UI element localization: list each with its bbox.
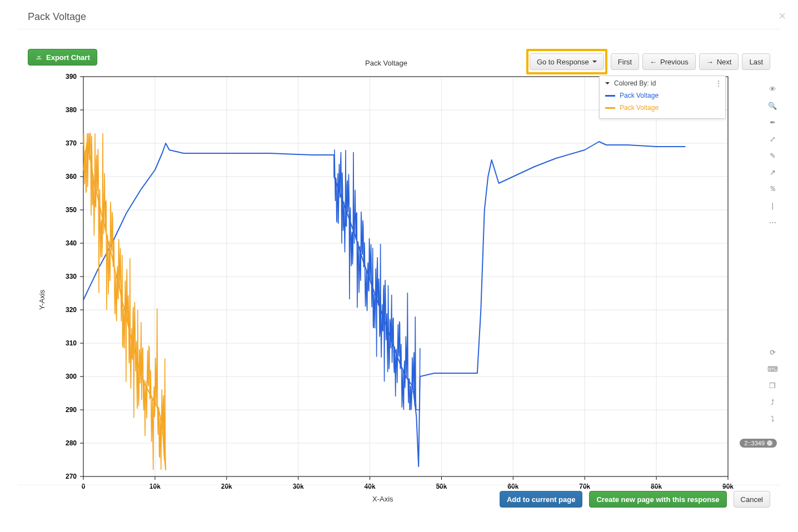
- svg-text:310: 310: [66, 339, 77, 347]
- svg-text:80k: 80k: [651, 483, 662, 490]
- svg-text:330: 330: [66, 273, 77, 280]
- svg-text:30k: 30k: [293, 483, 304, 490]
- keyboard-icon[interactable]: ⌨: [768, 364, 777, 373]
- more-icon[interactable]: ⋯: [768, 218, 777, 227]
- svg-text:270: 270: [66, 473, 77, 480]
- eye-icon[interactable]: 👁: [768, 84, 777, 93]
- svg-text:280: 280: [66, 439, 77, 447]
- download-icon[interactable]: ⤵: [768, 414, 777, 423]
- chart-tools-bottom: ⟳⌨❐⤴⤵: [768, 348, 777, 423]
- arrow-upright-icon[interactable]: ↗: [768, 168, 777, 177]
- legend[interactable]: Colored By: id ⋮ Pack VoltagePack Voltag…: [599, 76, 726, 119]
- nav-last-button[interactable]: Last: [742, 53, 770, 70]
- legend-item[interactable]: Pack Voltage: [605, 89, 720, 102]
- percent-icon[interactable]: ％: [768, 184, 777, 193]
- expand-icon[interactable]: ⤢: [768, 134, 777, 143]
- legend-swatch: [605, 95, 615, 97]
- svg-text:0: 0: [82, 483, 86, 490]
- legend-item[interactable]: Pack Voltage: [605, 102, 720, 114]
- chart-tools-top: 👁🔍✒⤢✎↗％∣⋯: [768, 84, 777, 227]
- refresh-icon[interactable]: ⟳: [768, 348, 777, 357]
- legend-label: Pack Voltage: [620, 104, 659, 112]
- svg-text:360: 360: [66, 173, 77, 180]
- svg-text:10k: 10k: [149, 483, 161, 490]
- zoom-icon[interactable]: 🔍: [768, 101, 777, 110]
- svg-text:370: 370: [66, 139, 77, 147]
- chevron-down-icon[interactable]: [605, 82, 610, 87]
- y-axis-label: Y-Axis: [38, 290, 46, 310]
- response-badge[interactable]: 2::3349: [740, 439, 777, 448]
- chart-svg[interactable]: 010k20k30k40k50k60k70k80k90k270280290300…: [33, 71, 739, 510]
- legend-swatch: [605, 107, 615, 109]
- legend-title: Colored By: id: [614, 79, 656, 87]
- svg-text:70k: 70k: [579, 483, 590, 490]
- chart-title: Pack Voltage: [33, 59, 739, 67]
- modal-title: Pack Voltage: [28, 11, 86, 23]
- kebab-menu-icon[interactable]: ⋮: [715, 79, 722, 87]
- svg-text:300: 300: [66, 373, 77, 380]
- svg-text:50k: 50k: [436, 483, 447, 490]
- svg-text:40k: 40k: [365, 483, 376, 490]
- svg-text:350: 350: [66, 206, 77, 214]
- chart-stage: Pack Voltage 010k20k30k40k50k60k70k80k90…: [33, 71, 739, 510]
- svg-text:320: 320: [66, 306, 77, 314]
- svg-text:390: 390: [66, 73, 77, 81]
- close-icon[interactable]: ×: [779, 9, 786, 23]
- create-new-page-button[interactable]: Create new page with this response: [589, 491, 726, 508]
- x-axis-label: X-Axis: [372, 495, 393, 503]
- svg-text:340: 340: [66, 239, 77, 247]
- svg-text:20k: 20k: [221, 483, 232, 490]
- cancel-button[interactable]: Cancel: [734, 491, 770, 508]
- info-icon: [767, 440, 772, 446]
- divider: [18, 29, 780, 29]
- legend-label: Pack Voltage: [620, 92, 659, 99]
- svg-text:290: 290: [66, 406, 77, 414]
- svg-text:90k: 90k: [722, 483, 734, 490]
- add-to-current-page-button[interactable]: Add to current page: [500, 491, 583, 508]
- eyedropper-icon[interactable]: ✒: [768, 118, 777, 127]
- pencil-icon[interactable]: ✎: [768, 151, 777, 160]
- upload-icon[interactable]: ⤴: [768, 398, 777, 406]
- divider: [18, 485, 780, 485]
- svg-text:380: 380: [66, 106, 77, 114]
- svg-text:60k: 60k: [507, 483, 518, 490]
- copy-icon[interactable]: ❐: [768, 381, 777, 390]
- vbar-icon[interactable]: ∣: [768, 201, 777, 210]
